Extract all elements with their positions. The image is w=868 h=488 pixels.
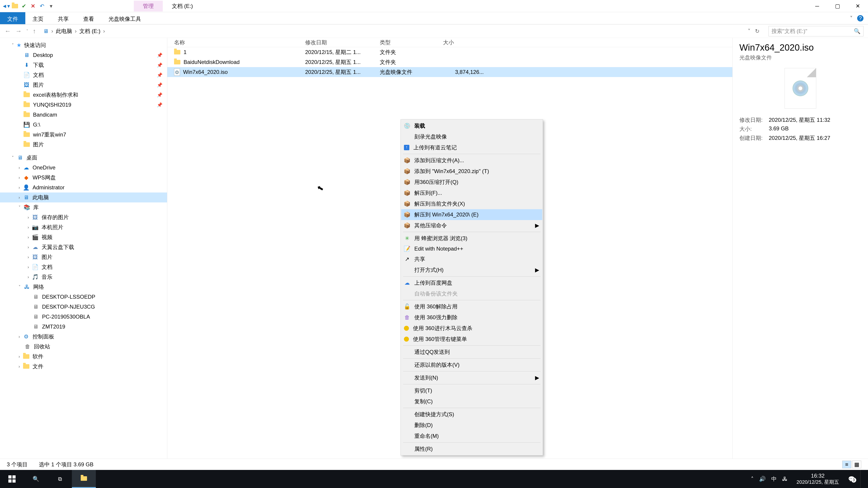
- explorer-taskbar-button[interactable]: [72, 470, 96, 488]
- ctx-share[interactable]: ↗共享: [401, 254, 542, 265]
- nav-network[interactable]: ˅🖧网络: [0, 282, 167, 292]
- nav-lib-saved[interactable]: ›🖼保存的图片: [0, 213, 167, 222]
- search-button[interactable]: 🔍: [24, 470, 48, 488]
- action-center-icon[interactable]: 💬3: [848, 476, 855, 482]
- nav-this-pc[interactable]: ›🖥此电脑: [0, 193, 167, 202]
- search-icon[interactable]: 🔍: [854, 28, 861, 34]
- ctx-360-trojan[interactable]: 使用 360进行木马云查杀: [401, 323, 542, 334]
- nav-quick-gdrive[interactable]: 💾G:\: [0, 120, 167, 130]
- start-button[interactable]: [0, 470, 24, 488]
- nav-recycle-bin[interactable]: 🗑回收站: [0, 341, 167, 352]
- nav-history-icon[interactable]: ˅: [26, 29, 28, 34]
- nav-lib-pictures[interactable]: ›🖼图片: [0, 252, 167, 262]
- nav-lib-video[interactable]: ›🎬视频: [0, 232, 167, 242]
- task-view-button[interactable]: ⧉: [48, 470, 72, 488]
- ctx-cut[interactable]: 剪切(T): [401, 385, 542, 396]
- nav-lib-music[interactable]: ›🎵音乐: [0, 272, 167, 282]
- nav-lib-tianyi[interactable]: ›☁天翼云盘下载: [0, 242, 167, 252]
- minimize-button[interactable]: ─: [807, 0, 827, 12]
- ribbon-tab-view[interactable]: 查看: [76, 12, 101, 24]
- file-row-iso[interactable]: Win7x64_2020.iso 2020/12/25, 星期五 1...光盘映…: [167, 67, 733, 77]
- nav-quick-pictures2[interactable]: 图片: [0, 140, 167, 150]
- view-details-button[interactable]: ≡: [842, 461, 851, 468]
- nav-net-pc3[interactable]: 🖥PC-20190530OBLA: [0, 312, 167, 322]
- ctx-send-qq[interactable]: 通过QQ发送到: [401, 347, 542, 357]
- nav-quick-yunqishi[interactable]: YUNQISHI2019📌: [0, 100, 167, 110]
- nav-libraries[interactable]: ˅📚库: [0, 202, 167, 213]
- taskbar-clock[interactable]: 16:32 2020/12/25, 星期五: [793, 473, 843, 485]
- ctx-extract-to-folder[interactable]: 📦解压到 Win7x64_2020\ (E): [401, 209, 542, 220]
- nav-software[interactable]: ›软件: [0, 352, 167, 361]
- ctx-bee-browser[interactable]: ✳用 蜂蜜浏览器 浏览(3): [401, 233, 542, 244]
- nav-quick-win7reinstall[interactable]: win7重装win7: [0, 130, 167, 140]
- delete-icon[interactable]: ✕: [29, 2, 37, 10]
- nav-forward-icon[interactable]: →: [16, 28, 22, 35]
- breadcrumb-this-pc[interactable]: 此电脑: [56, 28, 72, 35]
- tray-chevron-icon[interactable]: ˄: [751, 476, 754, 482]
- ctx-360-forcedel[interactable]: 🗑使用 360强力删除: [401, 312, 542, 323]
- file-row-folder-1[interactable]: 1 2020/12/15, 星期二 1...文件夹: [167, 47, 733, 57]
- refresh-icon[interactable]: ↻: [755, 28, 760, 34]
- nav-wps[interactable]: ›◆WPS网盘: [0, 173, 167, 183]
- ribbon-expand-icon[interactable]: ˅: [850, 15, 852, 22]
- ctx-open-with[interactable]: 打开方式(H)▶: [401, 265, 542, 275]
- view-icons-button[interactable]: ▦: [852, 461, 861, 468]
- network-icon[interactable]: 🖧: [782, 476, 787, 482]
- nav-quick-desktop[interactable]: 🖥Desktop📌: [0, 50, 167, 60]
- ribbon-tab-file[interactable]: 文件: [0, 12, 25, 24]
- close-button[interactable]: ✕: [848, 0, 868, 12]
- ctx-notepadpp[interactable]: 📝Edit with Notepad++: [401, 244, 542, 254]
- nav-desktop-root[interactable]: ˅🖥桌面: [0, 153, 167, 163]
- qat-dropdown-icon[interactable]: ▾: [47, 2, 55, 10]
- show-desktop-button[interactable]: [860, 470, 864, 488]
- ctx-open-360zip[interactable]: 📦用360压缩打开(Q): [401, 177, 542, 188]
- nav-lib-camera[interactable]: ›📷本机照片: [0, 222, 167, 232]
- nav-control-panel[interactable]: ›⚙控制面板: [0, 332, 167, 341]
- ctx-youdao[interactable]: ↑上传到有道云笔记: [401, 142, 542, 153]
- nav-quick-excel[interactable]: excel表格制作求和📌: [0, 90, 167, 100]
- breadcrumb-drive[interactable]: 文档 (E:): [79, 28, 100, 35]
- folder-icon[interactable]: [11, 2, 19, 10]
- nav-net-pc2[interactable]: 🖥DESKTOP-NJEU3CG: [0, 302, 167, 312]
- ctx-extract-here[interactable]: 📦解压到当前文件夹(X): [401, 198, 542, 209]
- nav-quick-bandicam[interactable]: Bandicam: [0, 110, 167, 120]
- ctx-copy[interactable]: 复制(C): [401, 396, 542, 407]
- col-header-type[interactable]: 类型: [380, 39, 443, 46]
- nav-onedrive[interactable]: ›☁OneDrive: [0, 163, 167, 173]
- col-header-size[interactable]: 大小: [443, 39, 488, 46]
- nav-quick-access[interactable]: ˅★快速访问: [0, 40, 167, 50]
- col-header-date[interactable]: 修改日期: [305, 39, 380, 46]
- ctx-restore[interactable]: 还原以前的版本(V): [401, 359, 542, 370]
- nav-quick-pictures[interactable]: 🖼图片📌: [0, 80, 167, 90]
- nav-back-icon[interactable]: ←: [4, 28, 11, 35]
- undo-icon[interactable]: ↶: [38, 2, 46, 10]
- back-dropdown-icon[interactable]: ◄▾: [2, 2, 10, 10]
- nav-quick-downloads[interactable]: ⬇下载📌: [0, 60, 167, 70]
- nav-up-icon[interactable]: ↑: [33, 28, 36, 35]
- ribbon-tab-iso-tools[interactable]: 光盘映像工具: [101, 12, 148, 24]
- ctx-properties[interactable]: 属性(R): [401, 444, 542, 454]
- ctx-upload-baidu[interactable]: ☁上传到百度网盘: [401, 278, 542, 288]
- volume-icon[interactable]: 🔊: [759, 476, 766, 482]
- maximize-button[interactable]: ▢: [827, 0, 848, 12]
- ctx-mount[interactable]: 💿装载: [401, 121, 542, 131]
- col-header-name[interactable]: 名称: [174, 39, 305, 46]
- ctx-delete[interactable]: 删除(D): [401, 420, 542, 431]
- nav-files-folder[interactable]: ›文件: [0, 361, 167, 371]
- nav-net-pc1[interactable]: 🖥DESKTOP-LSSOEDP: [0, 292, 167, 302]
- nav-net-pc4[interactable]: 🖥ZMT2019: [0, 322, 167, 332]
- search-input[interactable]: 搜索"文档 (E:)" 🔍: [769, 26, 864, 36]
- ctx-other-compress[interactable]: 📦其他压缩命令▶: [401, 220, 542, 231]
- ctx-extract-to[interactable]: 📦解压到(F)...: [401, 188, 542, 198]
- checkmark-icon[interactable]: ✔: [20, 2, 28, 10]
- ctx-send-to[interactable]: 发送到(N)▶: [401, 372, 542, 383]
- ctx-360-unlock[interactable]: 🔓使用 360解除占用: [401, 301, 542, 312]
- file-row-baidu[interactable]: BaiduNetdiskDownload 2020/12/25, 星期五 1..…: [167, 57, 733, 67]
- nav-quick-documents[interactable]: 📄文档📌: [0, 70, 167, 80]
- ctx-rename[interactable]: 重命名(M): [401, 431, 542, 442]
- contextual-tab-manage[interactable]: 管理: [134, 1, 163, 11]
- ctx-add-zip[interactable]: 📦添加到 "Win7x64_2020.zip" (T): [401, 166, 542, 177]
- nav-administrator[interactable]: ›👤Administrator: [0, 183, 167, 193]
- address-dropdown-icon[interactable]: ˅: [748, 28, 750, 34]
- ctx-360-manage[interactable]: 使用 360管理右键菜单: [401, 334, 542, 345]
